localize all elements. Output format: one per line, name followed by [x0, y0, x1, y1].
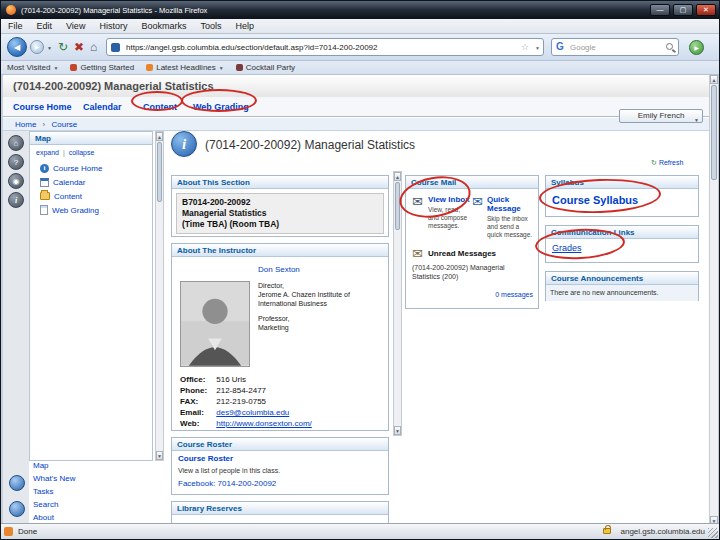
- bookmark-latest-headlines[interactable]: Latest Headlines: [140, 63, 230, 72]
- tree-label: Calendar: [53, 178, 85, 187]
- field-value: 212-219-0755: [216, 397, 266, 406]
- quick-message-icon[interactable]: [472, 195, 483, 208]
- sidebar-item-calendar[interactable]: Calendar: [40, 176, 85, 188]
- tree-controls: expand | collapse: [36, 149, 94, 156]
- sidebar-orb-icon[interactable]: [9, 475, 25, 491]
- office-row: Office: 516 Uris: [180, 375, 246, 384]
- user-name: Emily French: [638, 111, 685, 120]
- menu-history[interactable]: History: [92, 21, 134, 31]
- scrollbar-thumb[interactable]: [157, 142, 162, 202]
- menu-bar: File Edit View History Bookmarks Tools H…: [1, 19, 719, 34]
- site-favicon: [111, 43, 120, 52]
- footer-link-search[interactable]: Search: [33, 500, 58, 509]
- announcements-text: There are no new announcements.: [550, 288, 659, 297]
- email-link[interactable]: des9@columbia.edu: [216, 408, 289, 417]
- search-box[interactable]: G: [551, 38, 679, 56]
- minimize-button[interactable]: [650, 4, 670, 16]
- scrollbar-thumb[interactable]: [395, 182, 400, 230]
- help-icon[interactable]: [8, 154, 24, 170]
- course-syllabus-link[interactable]: Course Syllabus: [552, 194, 638, 206]
- scroll-down-icon[interactable]: [156, 451, 163, 460]
- bookmark-getting-started[interactable]: Getting Started: [64, 63, 140, 72]
- google-logo-icon[interactable]: G: [556, 41, 564, 52]
- quick-message-link[interactable]: Quick Message: [487, 195, 535, 213]
- resize-grip[interactable]: [708, 528, 718, 538]
- inbox-icon[interactable]: [412, 195, 423, 208]
- menu-file[interactable]: File: [1, 21, 30, 31]
- folder-icon: [40, 192, 50, 200]
- sidebar-item-content[interactable]: Content: [40, 190, 82, 202]
- refresh-link[interactable]: Refresh: [651, 159, 683, 167]
- facebook-link[interactable]: Facebook: 7014-200-20092: [178, 479, 276, 488]
- bookmark-cocktail-party[interactable]: Cocktail Party: [230, 63, 301, 72]
- scroll-down-icon[interactable]: [394, 426, 401, 435]
- expand-link[interactable]: expand: [36, 149, 59, 156]
- field-value: 212-854-2477: [216, 386, 266, 395]
- sidebar-item-course-home[interactable]: Course Home: [40, 162, 102, 174]
- collapse-link[interactable]: collapse: [69, 149, 95, 156]
- scroll-up-icon[interactable]: [394, 172, 401, 181]
- logoff-icon[interactable]: [8, 173, 24, 189]
- view-inbox-description: View, read, and compose messages.: [428, 206, 468, 230]
- url-input[interactable]: [124, 40, 514, 54]
- scroll-up-icon[interactable]: [710, 75, 718, 84]
- url-dropdown-icon[interactable]: [535, 45, 540, 51]
- breadcrumb-home[interactable]: Home: [15, 120, 36, 129]
- home-icon[interactable]: [8, 135, 24, 151]
- title-bar: (7014-200-20092) Managerial Statistics -…: [1, 1, 719, 19]
- calendar-icon: [40, 178, 49, 187]
- footer-link-tasks[interactable]: Tasks: [33, 487, 53, 496]
- footer-link-whats-new[interactable]: What's New: [33, 474, 75, 483]
- scrollbar-thumb[interactable]: [711, 85, 717, 180]
- firefox-icon: [6, 5, 16, 15]
- section-time-room: (Time TBA) (Room TBA): [182, 219, 378, 230]
- menu-view[interactable]: View: [59, 21, 92, 31]
- web-link[interactable]: http://www.donsexton.com/: [216, 419, 312, 428]
- search-icon[interactable]: [666, 43, 673, 50]
- section-code: B7014-200-20092: [182, 197, 378, 208]
- menu-bookmarks[interactable]: Bookmarks: [134, 21, 193, 31]
- content-scrollbar[interactable]: [393, 171, 402, 436]
- history-dropdown-icon[interactable]: [47, 45, 52, 51]
- syllabus-box: Syllabus Course Syllabus: [545, 175, 699, 217]
- footer-link-about[interactable]: About: [33, 513, 54, 522]
- maximize-button[interactable]: [673, 4, 693, 16]
- home-button[interactable]: [90, 39, 97, 55]
- window-scrollbar[interactable]: [709, 75, 719, 525]
- tab-calendar[interactable]: Calendar: [83, 102, 122, 112]
- refresh-label: Refresh: [659, 159, 684, 166]
- breadcrumb-course[interactable]: Course: [51, 120, 77, 129]
- sidebar-item-web-grading[interactable]: Web Grading: [40, 204, 99, 216]
- field-value: 516 Uris: [216, 375, 246, 384]
- grades-link[interactable]: Grades: [552, 243, 582, 253]
- stop-button[interactable]: [74, 39, 84, 55]
- menu-help[interactable]: Help: [228, 21, 261, 31]
- info-icon[interactable]: [8, 192, 24, 208]
- unread-count-link[interactable]: 0 messages: [495, 291, 533, 298]
- reload-button[interactable]: [58, 39, 68, 55]
- sidebar-scrollbar[interactable]: [155, 131, 164, 461]
- close-button[interactable]: [696, 4, 716, 16]
- forward-button[interactable]: [30, 40, 44, 54]
- menu-edit[interactable]: Edit: [30, 21, 60, 31]
- course-roster-link[interactable]: Course Roster: [178, 454, 233, 463]
- footer-link-map[interactable]: Map: [33, 461, 49, 470]
- user-menu[interactable]: Emily French: [619, 109, 703, 123]
- url-bar[interactable]: [106, 38, 544, 56]
- menu-tools[interactable]: Tools: [193, 21, 228, 31]
- sidebar-orb-icon[interactable]: [9, 501, 25, 517]
- go-button[interactable]: [689, 40, 704, 55]
- notification-icon[interactable]: [4, 527, 13, 536]
- bookmark-most-visited[interactable]: Most Visited: [1, 63, 64, 72]
- back-button[interactable]: [7, 37, 27, 57]
- tab-web-grading[interactable]: Web Grading: [193, 102, 249, 112]
- tab-course-home[interactable]: Course Home: [13, 102, 72, 112]
- bookmark-star-icon[interactable]: [521, 42, 529, 52]
- scroll-up-icon[interactable]: [156, 132, 163, 141]
- search-input[interactable]: [568, 40, 656, 54]
- roster-description: View a list of people in this class.: [178, 466, 280, 475]
- course-roster-box: Course Roster Course Roster View a list …: [171, 437, 389, 495]
- view-inbox-link[interactable]: View Inbox: [428, 195, 470, 204]
- instructor-name-link[interactable]: Don Sexton: [258, 265, 300, 274]
- tab-content[interactable]: Content: [143, 102, 177, 112]
